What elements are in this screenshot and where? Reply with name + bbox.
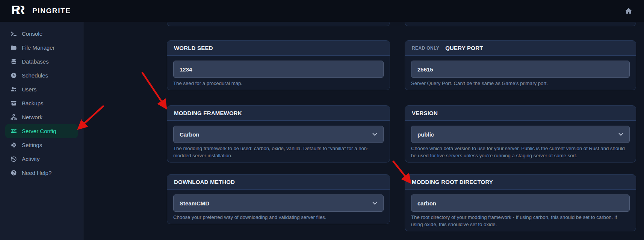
modding-root-directory-card: MODDING ROOT DIRECTORY The root director… [405,174,636,231]
sidebar-item-label: Backups [22,100,44,106]
chevron-down-icon [372,133,377,136]
query-port-helper: Server Query Port. Can't be the same as … [411,80,630,87]
modding-root-directory-input[interactable] [411,194,630,212]
history-icon [11,156,17,162]
database-icon [11,58,17,65]
query-port-input[interactable] [411,61,630,78]
card-body: Server Query Port. Can't be the same as … [405,56,636,90]
select-value: SteamCMD [180,200,209,207]
world-seed-card: WORLD SEED The seed for a procedural map… [167,40,390,90]
world-seed-input[interactable] [173,61,384,78]
terminal-icon [11,30,17,37]
pingrite-logo-mark-icon: R R [11,4,29,18]
sidebar-item-label: Network [22,114,42,120]
sidebar-item-file-manager[interactable]: File Manager [5,41,78,55]
sidebar: Console File Manager Databases Schedules [0,22,83,240]
topbar: R R PINGRITE [0,0,644,22]
sidebar-item-databases[interactable]: Databases [5,55,78,68]
card-header: MODDING FRAMEWORK [167,106,390,121]
sidebar-item-console[interactable]: Console [5,27,78,41]
modding-root-directory-helper: The root directory of your modding frame… [411,214,630,228]
version-select[interactable]: public [411,126,630,143]
download-method-select[interactable]: SteamCMD [173,194,384,212]
sidebar-item-activity[interactable]: Activity [5,152,78,166]
sidebar-item-network[interactable]: Network [5,110,78,124]
card-header: WORLD SEED [167,41,390,56]
sidebar-item-backups[interactable]: Backups [5,96,78,110]
network-icon [11,114,17,120]
sidebar-item-label: Server Config [22,128,56,134]
card-body: The root directory of your modding frame… [405,190,636,231]
sidebar-item-label: Need Help? [22,170,51,176]
sidebar-item-label: Console [22,30,42,37]
archive-icon [11,100,17,106]
card-header: VERSION [405,106,636,121]
clock-icon [11,72,17,79]
modding-framework-select[interactable]: Carbon [173,126,384,143]
home-icon-glyph [624,7,633,15]
card-title: DOWNLOAD METHOD [174,179,235,185]
modding-framework-card: MODDING FRAMEWORK Carbon The modding fra… [167,105,390,163]
version-card: VERSION public Choose which beta version… [405,105,636,163]
read-only-badge: READ ONLY [412,46,439,51]
card-title: MODDING ROOT DIRECTORY [412,179,493,185]
modding-framework-helper: The modding framework to be used: carbon… [173,145,384,159]
sidebar-item-label: Users [22,86,36,93]
logo-letter-front: R [11,3,21,17]
version-helper: Choose which beta version to use for you… [411,145,630,159]
sidebar-item-settings[interactable]: Settings [5,138,78,152]
card-body: The seed for a procedural map. [167,56,390,90]
card-title: VERSION [412,110,438,116]
sidebar-item-label: Schedules [22,72,48,79]
home-icon[interactable] [624,7,633,15]
gear-icon [11,142,17,148]
sidebar-item-label: File Manager [22,44,55,51]
users-icon [11,86,17,93]
card-header: READ ONLY QUERY PORT [405,41,636,56]
chevron-down-icon [372,202,377,205]
card-title: MODDING FRAMEWORK [174,110,242,116]
download-method-card: DOWNLOAD METHOD SteamCMD Choose your pre… [167,174,390,224]
card-header: MODDING ROOT DIRECTORY [405,175,636,190]
brand-name: PINGRITE [32,7,71,15]
sidebar-item-label: Settings [22,142,42,148]
card-header: DOWNLOAD METHOD [167,175,390,190]
card-title: QUERY PORT [445,45,483,51]
card-body: Carbon The modding framework to be used:… [167,121,390,162]
card-title: WORLD SEED [174,45,213,51]
folder-icon [11,44,17,51]
query-port-card: READ ONLY QUERY PORT Server Query Port. … [405,40,636,90]
download-method-helper: Choose your preferred way of downloading… [173,214,384,221]
help-icon [11,170,17,176]
world-seed-helper: The seed for a procedural map. [173,80,384,87]
sidebar-item-users[interactable]: Users [5,82,78,96]
sidebar-item-schedules[interactable]: Schedules [5,68,78,82]
sliders-icon [11,128,17,134]
sidebar-item-label: Activity [22,156,40,162]
card-body: SteamCMD Choose your preferred way of do… [167,190,390,224]
server-config-content: WORLD SEED The seed for a procedural map… [84,22,644,240]
sidebar-item-server-config[interactable]: Server Config [5,124,78,138]
chevron-down-icon [618,133,623,136]
select-value: public [417,131,434,138]
pingrite-logo[interactable]: R R PINGRITE [11,4,71,18]
select-value: Carbon [180,131,200,138]
sidebar-item-label: Databases [22,58,49,65]
card-body: public Choose which beta version to use … [405,121,636,162]
sidebar-item-need-help[interactable]: Need Help? [5,166,78,180]
